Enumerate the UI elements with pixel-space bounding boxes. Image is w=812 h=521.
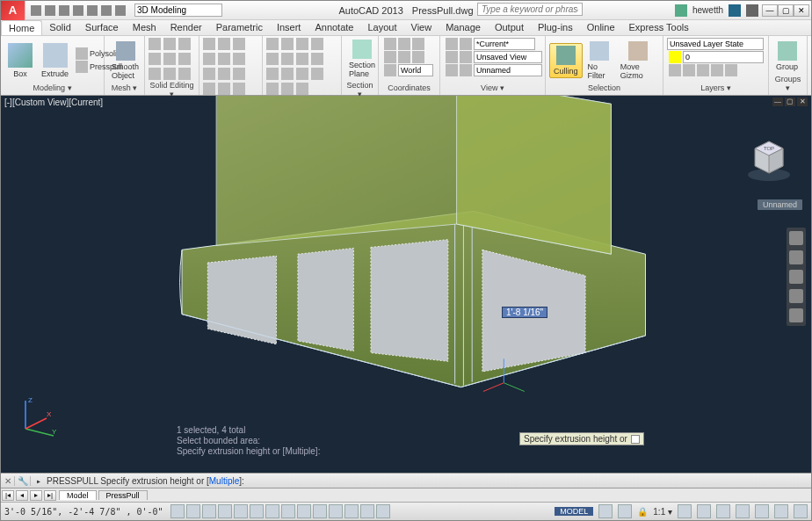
cmdline-close-icon[interactable]: ✕	[1, 476, 15, 486]
lwt-icon[interactable]	[313, 504, 327, 518]
break-icon[interactable]	[296, 83, 308, 95]
saveas-icon[interactable]	[73, 5, 83, 16]
orbit-icon[interactable]	[789, 289, 803, 303]
plot-icon[interactable]	[87, 5, 98, 16]
rotate-icon[interactable]	[296, 38, 308, 50]
command-line[interactable]: ✕ 🔧 ▸ PRESSPULL Specify extrusion height…	[1, 473, 811, 488]
align-icon[interactable]	[281, 83, 294, 95]
donut-icon[interactable]	[233, 83, 245, 95]
vp-close[interactable]: ✕	[797, 98, 808, 106]
smooth-object-tool[interactable]: Smooth Object	[108, 40, 142, 82]
rectangle-icon[interactable]	[218, 53, 230, 65]
annotation-scale[interactable]: 1:1 ▾	[653, 507, 672, 517]
tpy-icon[interactable]	[329, 504, 343, 518]
annoscale-icon[interactable]	[678, 504, 692, 518]
viewport-label[interactable]: [-][Custom View][Current]	[4, 98, 103, 107]
union-icon[interactable]	[149, 38, 161, 50]
zoom-icon[interactable]	[789, 270, 803, 284]
isolate-icon[interactable]	[774, 504, 788, 518]
3dosnap-icon[interactable]	[250, 504, 264, 518]
move-gizmo-tool[interactable]: Move Gizmo	[617, 40, 659, 82]
options-icon[interactable]	[631, 435, 640, 444]
culling-tool[interactable]: Culling	[549, 43, 583, 78]
undo-icon[interactable]	[101, 5, 112, 16]
workspace-selector[interactable]	[134, 4, 222, 17]
panel-mesh[interactable]: Mesh ▾	[108, 83, 141, 93]
snap-mode-icon[interactable]	[170, 504, 185, 518]
tab-next[interactable]: ▸	[30, 490, 42, 501]
panel-selection[interactable]: Selection	[549, 83, 659, 93]
ducs-icon[interactable]	[281, 504, 295, 518]
view3-icon[interactable]	[446, 51, 458, 63]
panel-view[interactable]: View ▾	[444, 83, 541, 93]
trim-icon[interactable]	[311, 38, 323, 50]
ucs6-icon[interactable]	[412, 51, 424, 63]
stretch-icon[interactable]	[281, 53, 294, 65]
fillet-icon[interactable]	[311, 53, 323, 65]
tab-view[interactable]: View	[404, 20, 439, 35]
view-cube[interactable]: TOP	[743, 131, 795, 184]
ellipse-icon[interactable]	[218, 68, 230, 80]
line-icon[interactable]	[203, 38, 215, 50]
layeroff-icon[interactable]	[697, 64, 709, 76]
tab-output[interactable]: Output	[488, 20, 531, 35]
ucs-icon[interactable]	[384, 38, 396, 50]
thicken-icon[interactable]	[163, 68, 176, 80]
cmdline-wrench-icon[interactable]: 🔧	[15, 476, 31, 486]
model-space-button[interactable]: MODEL	[555, 507, 593, 516]
subtract-icon[interactable]	[163, 38, 176, 50]
user-name[interactable]: hewetth	[692, 5, 723, 15]
new-icon[interactable]	[31, 5, 41, 16]
tab-last[interactable]: ▸|	[44, 490, 56, 501]
osnap-icon[interactable]	[234, 504, 248, 518]
tab-first[interactable]: |◂	[2, 490, 14, 501]
layerlock-icon[interactable]	[725, 64, 737, 76]
tab-prev[interactable]: ◂	[16, 490, 28, 501]
circle-icon[interactable]	[233, 38, 245, 50]
workspace-icon[interactable]	[716, 504, 730, 518]
layerfreeze-icon[interactable]	[711, 64, 723, 76]
model-tab[interactable]: Model	[59, 490, 97, 500]
tab-solid[interactable]: Solid	[42, 20, 77, 35]
viewport[interactable]: [-][Custom View][Current] — ▢ ✕	[1, 96, 811, 473]
panel-coordinates[interactable]: Coordinates	[382, 83, 436, 93]
redo-icon[interactable]	[115, 5, 126, 16]
move-icon[interactable]	[266, 38, 279, 50]
am-icon[interactable]	[376, 504, 390, 518]
shell-icon[interactable]	[178, 53, 191, 65]
tab-surface[interactable]: Surface	[78, 20, 126, 35]
otrack-icon[interactable]	[265, 504, 279, 518]
tab-manage[interactable]: Manage	[439, 20, 488, 35]
slice-icon[interactable]	[149, 68, 161, 80]
pan-icon[interactable]	[789, 250, 803, 264]
offset-icon[interactable]	[281, 68, 294, 80]
layeriso-icon[interactable]	[683, 64, 695, 76]
panel-groups[interactable]: Groups ▾	[772, 74, 803, 93]
view2-icon[interactable]	[460, 38, 472, 50]
imprint-icon[interactable]	[178, 68, 191, 80]
polyline-icon[interactable]	[218, 38, 230, 50]
view5-icon[interactable]	[446, 64, 458, 76]
arc-icon[interactable]	[203, 53, 215, 65]
ucs2-icon[interactable]	[398, 38, 410, 50]
app-menu-button[interactable]: A	[1, 1, 25, 20]
vp-maximize[interactable]: ▢	[785, 98, 795, 106]
box-tool[interactable]: Box	[4, 41, 36, 80]
clean-screen-icon[interactable]	[794, 504, 808, 518]
view1-icon[interactable]	[446, 38, 458, 50]
polar-icon[interactable]	[218, 504, 232, 518]
point-icon[interactable]	[233, 68, 245, 80]
quickview-layouts-icon[interactable]	[598, 504, 613, 518]
panel-modeling[interactable]: Modeling ▾	[4, 83, 100, 93]
showmotion-icon[interactable]	[789, 308, 803, 322]
sc-icon[interactable]	[360, 504, 374, 518]
ucs5-icon[interactable]	[398, 51, 410, 63]
region-icon[interactable]	[203, 83, 215, 95]
ucs3-icon[interactable]	[412, 38, 424, 50]
dynamic-input[interactable]: 1'-8 1/16"	[502, 307, 547, 318]
layer-combo[interactable]	[683, 51, 764, 63]
tab-home[interactable]: Home	[1, 20, 42, 35]
tab-insert[interactable]: Insert	[270, 20, 308, 35]
spline-icon[interactable]	[203, 68, 215, 80]
visual-style-tag[interactable]: Unnamed	[758, 199, 802, 210]
